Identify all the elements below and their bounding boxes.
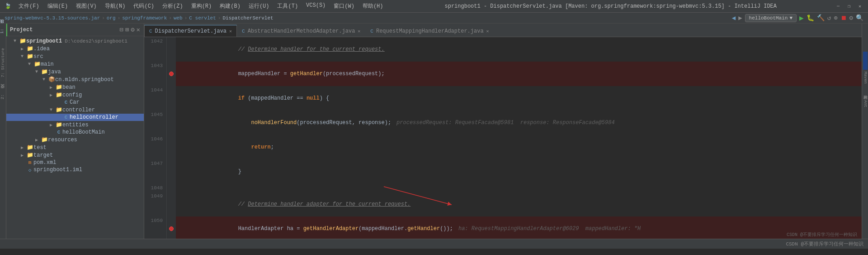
breadcrumb-part-3[interactable]: web [174,15,183,21]
tree-settings-icon[interactable]: ⚙ [131,26,134,34]
window-title: springboot1 - DispatcherServlet.java [Ma… [387,3,835,10]
maven-label[interactable]: Maven [863,70,868,86]
gutter-1047: 1047 [144,159,167,184]
tree-item-pom[interactable]: ▶ m pom.xml [6,159,144,166]
run-button[interactable]: ▶ [799,14,804,23]
run-config-selector[interactable]: helloBootMain ▼ [745,14,797,22]
tab-close-abstract[interactable]: ✕ [358,29,360,34]
ant-label[interactable]: Ant [863,98,868,109]
code-line-1044: 1044 if (mappedHandler == null) { [144,86,862,111]
tree-item-entities[interactable]: ▶ 📁 entities [6,121,144,129]
code-editor[interactable]: 1042 // Determine handler for the curren… [144,37,862,239]
stop-button[interactable]: ⏹ [840,14,847,22]
tab-label-dispatcher: DispatcherServlet.java [155,28,226,34]
code-line-1048: 1048 [144,184,862,192]
sidebar-commit-label[interactable]: 2: 提交 [0,89,7,102]
close-button[interactable]: ✕ [856,3,863,10]
debug-button[interactable]: 🐛 [807,14,814,22]
tree-item-java[interactable]: ▼ 📁 java [6,68,144,76]
menu-window[interactable]: 窗口(W) [330,1,358,11]
tree-item-idea[interactable]: ▶ 📁 .idea [6,45,144,53]
tree-item-resources[interactable]: ▶ 📁 resources [6,136,144,144]
tree-item-car[interactable]: ▶ C Car [6,99,144,106]
content-1044: if (mappedHandler == null) { [176,86,862,111]
back-icon[interactable]: ◀ [732,14,736,22]
tree-item-iml[interactable]: ▶ ◇ springboot1.iml [6,166,144,173]
marker-1044 [167,86,176,111]
settings-button[interactable]: ⚙ [849,14,853,22]
marker-1046 [167,135,176,159]
code-line-1049: 1049 // Determine handler adapter for th… [144,192,862,217]
maximize-button[interactable]: ❐ [845,3,853,10]
tree-item-main[interactable]: ▼ 📁 main [6,60,144,68]
tab-close-dispatcher[interactable]: ✕ [229,29,232,34]
menu-file[interactable]: 文件(F) [15,1,43,11]
marker-1050 [167,217,176,239]
code-line-1045: 1045 noHandlerFound(processedRequest, re… [144,111,862,135]
breadcrumb-part-1[interactable]: org [107,15,116,21]
menu-edit[interactable]: 编辑(E) [44,1,72,11]
tree-content: ▼ 📁 springboot1 D:\codes2\springboot1 ▶ … [6,36,144,239]
forward-icon[interactable]: ▶ [738,14,742,22]
tree-expand-icon[interactable]: ⊞ [125,26,129,34]
tree-item-test[interactable]: ▶ 📁 test [6,144,144,151]
search-button[interactable]: 🔍 [856,14,863,22]
tree-item-config[interactable]: ▶ 📁 config [6,91,144,99]
breadcrumb-part-0[interactable]: spring-webmvc-5.3.15-sources.jar [5,15,100,21]
menu-help[interactable]: 帮助(H) [359,1,387,11]
gutter-1043: 1043 [144,62,167,86]
marker-1045 [167,111,176,135]
menu-code[interactable]: 代码(C) [130,1,158,11]
marker-1042 [167,37,176,62]
gradle-label[interactable]: 构建 [862,90,868,94]
reload-button[interactable]: ↺ [827,14,831,22]
tab-icon-abstract: C [242,29,245,34]
tab-label-requestmapping: RequestMappingHandlerAdapter.java [376,28,484,34]
sidebar-project-label[interactable]: 1: 项目 [0,24,7,36]
breadcrumb-sep-4: › [218,15,221,21]
menu-view[interactable]: 视图(V) [72,1,100,11]
run-config-dropdown-icon: ▼ [789,15,793,21]
tree-item-hellocontroller[interactable]: ▶ C hellocontroller [6,114,144,121]
tree-item-package[interactable]: ▼ 📦 cn.mldn.springboot [6,76,144,83]
breadcrumb-part-4[interactable]: C servlet [189,15,216,21]
right-panel: Maven 构建 Ant [862,24,868,239]
minimize-button[interactable]: — [835,3,842,10]
tree-collapse-icon[interactable]: ⊟ [119,26,123,34]
build-button[interactable]: 🔨 [817,14,825,22]
menu-refactor[interactable]: 重构(R) [188,1,216,11]
menu-analyze[interactable]: 分析(Z) [159,1,187,11]
menu-vcs[interactable]: VCS(S) [302,1,329,11]
tree-item-springboot1[interactable]: ▼ 📁 springboot1 D:\codes2\springboot1 [6,37,144,45]
tree-item-src[interactable]: ▼ 📁 src [6,53,144,60]
content-1043: mappedHandler = getHandler(processedRequ… [176,62,862,86]
app-icon: 🍃 [5,3,11,10]
content-1045: noHandlerFound(processedRequest, respons… [176,111,862,135]
tab-requestmapping[interactable]: C RequestMappingHandlerAdapter.java ✕ [365,25,494,37]
tree-item-target[interactable]: ▶ 📁 target [6,151,144,159]
breakpoint-1050 [169,226,174,231]
menu-build[interactable]: 构建(B) [216,1,244,11]
left-sidebar: 1: 项目 7: Structure 2: 提交 [0,24,6,239]
menu-tools[interactable]: 工具(T) [274,1,302,11]
tree-item-controller[interactable]: ▼ 📁 controller [6,106,144,114]
status-right: CSDN @不要排斥学习任何一种知识 [786,241,863,247]
tree-item-hellobootmain[interactable]: ▶ C helloBootMain [6,129,144,136]
tab-label-abstract: AbstractHandlerMethodAdapter.java [248,28,355,34]
menu-run[interactable]: 运行(U) [245,1,273,11]
menu-navigate[interactable]: 导航(N) [101,1,129,11]
tab-dispatcher[interactable]: C DispatcherServlet.java ✕ [144,25,237,37]
tree-controls[interactable]: ⊟ ⊞ ⚙ ✕ [119,26,140,34]
content-1050: HandlerAdapter ha = getHandlerAdapter(ma… [176,217,862,239]
tab-close-requestmapping[interactable]: ✕ [486,29,489,34]
coverage-button[interactable]: ⊕ [834,14,837,22]
tab-abstract[interactable]: C AbstractHandlerMethodAdapter.java ✕ [237,25,365,37]
tree-close-icon[interactable]: ✕ [137,26,140,34]
breadcrumb-part-2[interactable]: springframework [122,15,167,21]
breadcrumb-current: DispatcherServlet [222,15,273,21]
sidebar-structure-label[interactable]: 7: Structure [0,45,6,80]
gutter-1042: 1042 [144,37,167,62]
window-controls[interactable]: — ❐ ✕ [835,3,863,10]
code-line-1047: 1047 } [144,159,862,184]
tree-item-bean[interactable]: ▶ 📁 bean [6,83,144,91]
